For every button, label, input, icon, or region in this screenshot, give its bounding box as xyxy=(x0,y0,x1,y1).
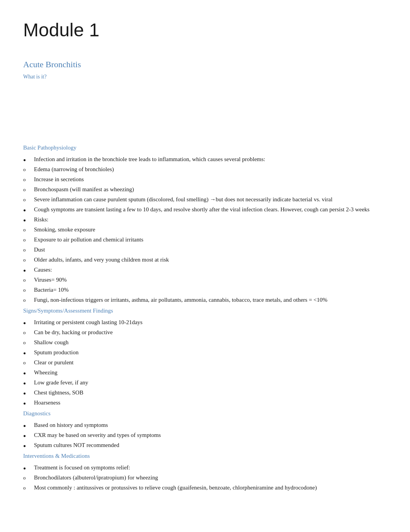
item-text: Chest tightness, SOB xyxy=(34,388,387,397)
bullet-marker xyxy=(23,215,34,224)
list-item: Severe inflammation can cause purulent s… xyxy=(23,195,387,204)
list-item: Sputum production xyxy=(23,348,387,357)
item-text: Bronchodilators (albuterol/ipratropium) … xyxy=(34,473,387,482)
list-item: Increase in secretions xyxy=(23,175,387,184)
sub-marker xyxy=(23,165,34,174)
subsection-heading-diagnostics: Diagnostics xyxy=(23,409,387,418)
item-text: Cough symptoms are transient lasting a f… xyxy=(34,205,387,214)
item-text: Dust xyxy=(34,245,387,254)
item-text: Severe inflammation can cause purulent s… xyxy=(34,195,387,204)
sub-marker xyxy=(23,285,34,294)
list-item: Sputum cultures NOT recommended xyxy=(23,440,387,450)
item-text: Shallow cough xyxy=(34,338,387,347)
item-text: Bacteria= 10% xyxy=(34,285,387,294)
sub-marker xyxy=(23,358,34,367)
sub-marker xyxy=(23,245,34,254)
section-heading: Acute Bronchitis xyxy=(23,58,387,71)
item-text: Viruses= 90% xyxy=(34,275,387,284)
list-item: CXR may be based on severity and types o… xyxy=(23,430,387,440)
bullet-marker xyxy=(23,378,34,387)
item-text: Infection and irritation in the bronchio… xyxy=(34,155,387,164)
item-text: Risks: xyxy=(34,215,387,224)
item-text: Can be dry, hacking or productive xyxy=(34,328,387,337)
list-item: Chest tightness, SOB xyxy=(23,388,387,397)
list-item: Infection and irritation in the bronchio… xyxy=(23,155,387,164)
item-text: Based on history and symptoms xyxy=(34,420,387,430)
sub-marker xyxy=(23,275,34,284)
list-item: Fungi, non-infectious triggers or irrita… xyxy=(23,295,387,304)
sub-marker xyxy=(23,195,34,204)
item-text: Most commonly : antitussives or protussi… xyxy=(34,483,387,492)
bullet-marker xyxy=(23,368,34,377)
item-text: Increase in secretions xyxy=(34,175,387,184)
list-item: Wheezing xyxy=(23,368,387,377)
list-item: Edema (narrowing of bronchioles) xyxy=(23,165,387,174)
item-text: Sputum production xyxy=(34,348,387,357)
bullet-marker xyxy=(23,440,34,450)
list-item: Shallow cough xyxy=(23,338,387,347)
sub-marker xyxy=(23,328,34,337)
sub-marker xyxy=(23,225,34,234)
page-title: Module 1 xyxy=(23,15,387,45)
list-item: Bronchospasm (will manifest as wheezing) xyxy=(23,185,387,194)
list-item: Bronchodilators (albuterol/ipratropium) … xyxy=(23,473,387,482)
sub-marker xyxy=(23,295,34,304)
list-item: Risks: xyxy=(23,215,387,224)
section-subtitle: What is it? xyxy=(23,73,387,81)
subsection-heading-interventions: Interventions & Medications xyxy=(23,451,387,461)
list-signs: Irritating or persistent cough lasting 1… xyxy=(23,318,387,407)
list-item: Older adults, infants, and very young ch… xyxy=(23,255,387,264)
item-text: Edema (narrowing of bronchioles) xyxy=(34,165,387,174)
subsection-heading-signs: Signs/Symptoms/Assessment Findings xyxy=(23,306,387,315)
item-text: Irritating or persistent cough lasting 1… xyxy=(34,318,387,327)
list-interventions: Treatment is focused on symptoms relief:… xyxy=(23,463,387,492)
item-text: Hoarseness xyxy=(34,398,387,407)
sub-marker xyxy=(23,235,34,244)
item-text: Bronchospasm (will manifest as wheezing) xyxy=(34,185,387,194)
list-pathophysiology: Infection and irritation in the bronchio… xyxy=(23,155,387,304)
sub-marker xyxy=(23,338,34,347)
list-item: Causes: xyxy=(23,265,387,274)
list-item: Smoking, smoke exposure xyxy=(23,225,387,234)
item-text: Treatment is focused on symptoms relief: xyxy=(34,463,387,472)
bullet-marker xyxy=(23,348,34,357)
list-item: Cough symptoms are transient lasting a f… xyxy=(23,205,387,214)
bullet-marker xyxy=(23,265,34,274)
sub-marker xyxy=(23,473,34,482)
list-item: Dust xyxy=(23,245,387,254)
item-text: Causes: xyxy=(34,265,387,274)
bullet-marker xyxy=(23,318,34,327)
sub-marker xyxy=(23,175,34,184)
list-item: Based on history and symptoms xyxy=(23,420,387,430)
item-text: Fungi, non-infectious triggers or irrita… xyxy=(34,295,387,304)
item-text: Sputum cultures NOT recommended xyxy=(34,440,387,450)
bullet-marker xyxy=(23,205,34,214)
item-text: Smoking, smoke exposure xyxy=(34,225,387,234)
bullet-marker xyxy=(23,388,34,397)
bullet-marker xyxy=(23,430,34,440)
list-item: Can be dry, hacking or productive xyxy=(23,328,387,337)
list-diagnostics: Based on history and symptomsCXR may be … xyxy=(23,420,387,450)
item-text: Low grade fever, if any xyxy=(34,378,387,387)
list-item: Irritating or persistent cough lasting 1… xyxy=(23,318,387,327)
list-item: Bacteria= 10% xyxy=(23,285,387,294)
sub-marker xyxy=(23,185,34,194)
list-item: Clear or purulent xyxy=(23,358,387,367)
item-text: Wheezing xyxy=(34,368,387,377)
subsection-heading-pathophysiology: Basic Pathophysiology xyxy=(23,143,387,152)
item-text: Exposure to air pollution and chemical i… xyxy=(34,235,387,244)
bullet-marker xyxy=(23,463,34,472)
bullet-marker xyxy=(23,155,34,164)
bullet-marker xyxy=(23,398,34,407)
item-text: Older adults, infants, and very young ch… xyxy=(34,255,387,264)
item-text: CXR may be based on severity and types o… xyxy=(34,430,387,440)
sub-marker xyxy=(23,255,34,264)
item-text: Clear or purulent xyxy=(34,358,387,367)
list-item: Most commonly : antitussives or protussi… xyxy=(23,483,387,492)
list-item: Exposure to air pollution and chemical i… xyxy=(23,235,387,244)
bullet-marker xyxy=(23,420,34,430)
list-item: Low grade fever, if any xyxy=(23,378,387,387)
list-item: Hoarseness xyxy=(23,398,387,407)
list-item: Viruses= 90% xyxy=(23,275,387,284)
list-item: Treatment is focused on symptoms relief: xyxy=(23,463,387,472)
